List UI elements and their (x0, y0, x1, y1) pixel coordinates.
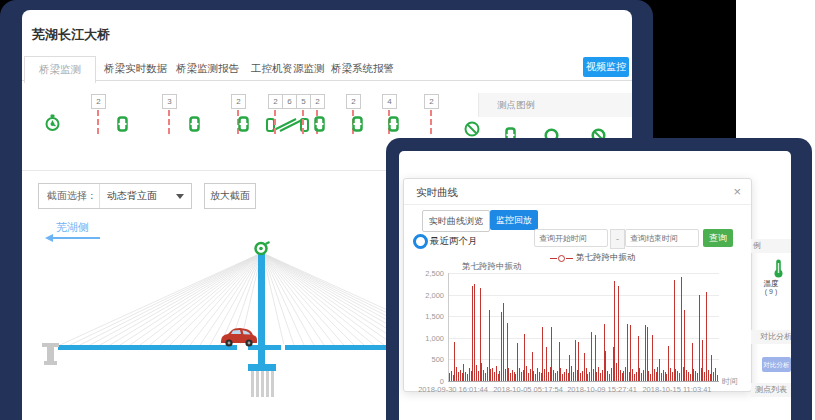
link-sensor-icon[interactable] (238, 116, 249, 132)
screen: 芜湖长江大桥 桥梁监测 桥梁实时数据 桥梁监测报告 工控机资源监测 桥梁系统报警… (0, 0, 815, 420)
tower-top-sensor-icon[interactable] (253, 241, 271, 256)
section-select-value[interactable]: 动态背立面 (107, 184, 157, 208)
alarm-clock-icon[interactable] (44, 114, 61, 132)
compare-section-header: 对比分析 (751, 330, 791, 344)
select-divider (99, 184, 100, 208)
sensor-count-badge[interactable]: 2 (268, 94, 283, 109)
sensor-count-badge[interactable]: 2 (346, 94, 361, 109)
sensor-count-badge[interactable]: 6 (282, 94, 297, 109)
section-select-label: 截面选择： (47, 184, 97, 208)
sensor-count-badge[interactable]: 2 (424, 94, 439, 109)
link-sensor-icon[interactable] (352, 116, 363, 132)
sensor-count-badge[interactable]: 2 (91, 94, 106, 109)
tower-foundation-cap (248, 364, 276, 371)
caret-down-icon[interactable] (176, 194, 184, 199)
point-list-section-header: 测点列表 (751, 383, 791, 397)
point-list-header-text: 测点列表 (751, 385, 787, 394)
left-pier-foot (44, 361, 57, 365)
sensor-dashed-line (97, 110, 99, 134)
sensor-count-badge[interactable]: 4 (382, 94, 397, 109)
link-sensor-icon[interactable] (117, 116, 128, 132)
link-sensor-icon[interactable] (388, 116, 399, 132)
x-tick-label: 2018-10-09 15:27:41 (567, 385, 637, 394)
sensor-dashed-line (302, 110, 304, 134)
sensor-count-badge[interactable]: 2 (310, 94, 325, 109)
foundation-pile (256, 371, 259, 397)
enlarge-section-button[interactable]: 放大截面 (204, 183, 256, 209)
sensor-dashed-line (168, 110, 170, 134)
x-axis-labels: 2018-09-30 16:01:442018-10-05 05:17:5420… (404, 179, 751, 391)
bridge-side-label: 芜湖侧 (56, 220, 89, 235)
compare-header-text: 对比分析 (751, 332, 791, 341)
x-tick-label: 2018-10-05 05:17:54 (493, 385, 563, 394)
deck-gap (281, 344, 285, 351)
x-tick-label: 2018-10-15 11:03:41 (642, 385, 711, 394)
left-pier-stem (47, 347, 54, 361)
foundation-pile (251, 371, 254, 397)
legend-panel-title: 测点图例 (497, 99, 535, 112)
left-arrow-icon (52, 237, 100, 239)
sensor-count-badge[interactable]: 3 (162, 94, 177, 109)
x-tick-label: 2018-09-30 16:01:44 (418, 385, 488, 394)
x-axis-name: 时间 (722, 376, 738, 387)
car-image (218, 327, 258, 348)
legend-header-partial-text: 例 (751, 241, 761, 250)
foundation-pile (271, 371, 274, 397)
popup-window-content: 实时曲线 × 实时曲线浏览 监控回放 最近两个月 - 查询 第七跨跨中振动 第七… (399, 151, 791, 420)
popup-window-frame: 实时曲线 × 实时曲线浏览 监控回放 最近两个月 - 查询 第七跨跨中振动 第七… (386, 138, 812, 420)
sensor-dashed-line (430, 110, 432, 134)
realtime-curve-dialog: 实时曲线 × 实时曲线浏览 监控回放 最近两个月 - 查询 第七跨跨中振动 第七… (403, 178, 752, 392)
legend-panel-header-partial: 例 (751, 239, 791, 253)
sensor-count-badge[interactable]: 5 (296, 94, 311, 109)
sensor-count-badge[interactable]: 2 (231, 94, 246, 109)
sensor-dashed-line (274, 110, 276, 134)
link-sensor-icon[interactable] (314, 116, 325, 132)
tab-bridge-monitor[interactable]: 桥梁监测 (24, 56, 96, 83)
foundation-pile (266, 371, 269, 397)
foundation-pile (261, 371, 264, 397)
bridge-tower (258, 251, 265, 370)
link-sensor-icon[interactable] (189, 116, 200, 132)
temperature-count: ( 9 ) (751, 288, 791, 295)
compare-analysis-button[interactable]: 对比分析 (762, 357, 791, 372)
thermometer-icon[interactable] (773, 259, 784, 278)
section-select-group[interactable]: 截面选择： 动态背立面 (38, 183, 192, 209)
disabled-sensor-icon[interactable] (464, 121, 480, 137)
